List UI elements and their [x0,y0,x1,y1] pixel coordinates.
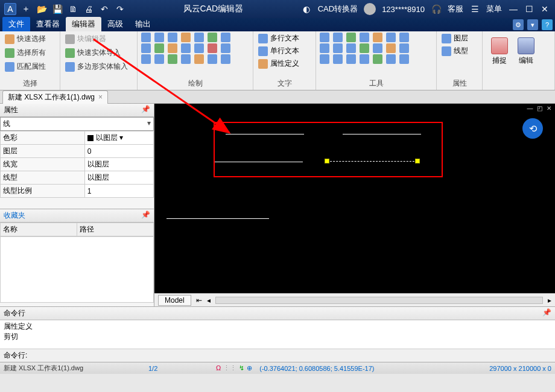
pin-icon[interactable]: 📌 [141,210,150,219]
t5-icon[interactable] [373,54,382,64]
hscroll[interactable] [215,297,543,304]
rect-icon[interactable] [168,33,177,42]
offset-icon[interactable] [320,54,329,64]
ribbon-help-icon[interactable]: ? [542,19,553,30]
copy-icon[interactable] [333,33,343,42]
prop-val-lw[interactable]: 以图层 [84,158,153,171]
line-entity[interactable] [226,134,304,134]
t6-icon[interactable] [386,54,396,64]
point-icon[interactable] [181,43,191,53]
undo-icon[interactable]: ↶ [98,3,110,15]
fast-import-button[interactable]: 快速实体导入 [64,46,133,59]
ribbon-settings-icon[interactable]: ⚙ [513,19,524,30]
circle-icon[interactable] [141,43,151,53]
align-icon[interactable] [333,54,343,64]
menu-label[interactable]: 菜单 [486,4,502,14]
pin-icon[interactable]: 📌 [542,308,551,317]
status-toggles[interactable]: Ω⋮⋮↯⊕ [215,364,253,372]
array-icon[interactable] [399,43,409,53]
join-icon[interactable] [346,43,356,53]
polygon-icon[interactable] [168,43,177,53]
status-pages[interactable]: 1/2 [148,365,209,372]
ribbon-collapse-icon[interactable]: ▾ [527,19,538,30]
tab-nav-icon[interactable]: ▸ [548,296,551,305]
break-icon[interactable] [333,43,343,53]
stretch-icon[interactable] [386,33,396,42]
scale-icon[interactable] [373,33,382,42]
chamfer-icon[interactable] [360,43,369,53]
line-entity[interactable] [343,134,421,134]
region-icon[interactable] [208,43,217,53]
view-cube-icon[interactable]: ⟲ [522,118,543,139]
prop-val-lts[interactable]: 1 [84,185,153,198]
donut-icon[interactable] [221,43,230,53]
move-icon[interactable] [320,33,329,42]
xline-icon[interactable] [194,33,204,42]
converter-label[interactable]: CAD转换器 [318,4,358,14]
minimize-icon[interactable]: — [507,3,519,15]
converter-icon[interactable]: ◐ [300,3,312,15]
model-tab[interactable]: Model [158,295,191,306]
arc-icon[interactable] [154,33,164,42]
maximize-icon[interactable]: ☐ [523,3,535,15]
fav-body[interactable] [0,236,154,303]
tab-nav-icon[interactable]: ⇤ [196,296,202,305]
trim-icon[interactable] [399,33,409,42]
tab-viewer[interactable]: 查看器 [30,17,66,31]
fav-col-path[interactable]: 路径 [77,223,154,236]
pline-icon[interactable] [208,33,217,42]
layer-button[interactable]: 图层 [440,33,478,44]
redo-icon[interactable]: ↷ [114,3,126,15]
snap-button[interactable]: 捕捉 [486,35,513,68]
canvas-window-icons[interactable]: — ◰ ✕ [527,105,553,112]
dim1-icon[interactable] [141,54,151,64]
dim2-icon[interactable] [154,54,164,64]
poly-import-button[interactable]: 多边形实体输入 [64,60,133,73]
new-icon[interactable]: ＋ [20,3,32,15]
t7-icon[interactable] [399,54,409,64]
fillet-icon[interactable] [373,43,382,53]
tab-close-icon[interactable]: × [98,93,103,101]
mirror-icon[interactable] [360,33,369,42]
ray-icon[interactable] [181,33,191,42]
line-entity[interactable] [215,162,303,162]
edit-button[interactable]: 编辑 [513,35,539,68]
prop-val-lt[interactable]: 以图层 [84,171,153,185]
line-icon[interactable] [141,33,151,42]
erase-icon[interactable] [346,54,356,64]
command-input[interactable]: 命令行: [0,349,555,362]
dim3-icon[interactable] [168,54,177,64]
ellipse-icon[interactable] [154,43,164,53]
attdef-button[interactable]: 属性定义 [257,58,312,69]
command-log[interactable]: 属性定义 剪切 [0,320,555,349]
rotate-icon[interactable] [346,33,356,42]
prop-val-layer[interactable]: 0 [84,145,153,158]
tab-nav-icon[interactable]: ◂ [207,296,211,305]
tab-output[interactable]: 输出 [129,17,157,31]
t4-icon[interactable] [360,54,369,64]
fav-col-name[interactable]: 名称 [1,223,77,236]
menu-icon[interactable]: ☰ [469,3,481,15]
grip-handle[interactable] [325,159,329,163]
drawing-canvas[interactable]: — ◰ ✕ ⟲ [154,104,555,293]
close-icon[interactable]: ✕ [539,3,551,15]
line-entity[interactable] [166,218,269,219]
support-label[interactable]: 客服 [448,4,463,14]
tab-advanced[interactable]: 高级 [101,17,129,31]
linetype-button[interactable]: 线型 [440,45,478,57]
extend-icon[interactable] [320,43,329,53]
selected-line[interactable] [327,161,417,162]
quick-select-button[interactable]: 快速选择 [4,33,56,45]
dim7-icon[interactable] [221,54,230,64]
savepdf-icon[interactable]: 🗎 [67,3,79,15]
pin-icon[interactable]: 📌 [141,105,150,113]
explode-icon[interactable] [386,43,396,53]
text-button[interactable]: 单行文本 [257,45,312,57]
avatar-icon[interactable] [364,3,376,15]
spline-icon[interactable] [221,33,230,42]
dim5-icon[interactable] [194,54,204,64]
dim4-icon[interactable] [181,54,191,64]
hatch-icon[interactable] [194,43,204,53]
document-tab[interactable]: 新建 XLSX 工作表1(1).dwg × [2,90,108,104]
grip-handle[interactable] [415,159,420,163]
